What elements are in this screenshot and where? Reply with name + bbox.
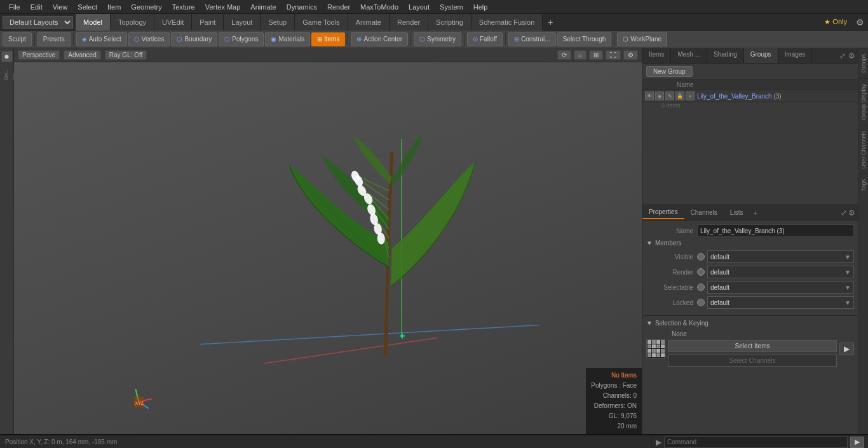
menu-help[interactable]: Help bbox=[468, 2, 493, 12]
prop-dropdown-selectable[interactable]: default ▼ bbox=[707, 281, 854, 294]
props-tab-lists[interactable]: Lists bbox=[724, 207, 750, 219]
toolbar-separator-5 bbox=[464, 33, 465, 46]
prop-input-name[interactable] bbox=[697, 224, 854, 237]
tab-uvedit[interactable]: UVEdit bbox=[154, 14, 192, 31]
tab-settings-icon[interactable]: ⚙ bbox=[852, 15, 868, 29]
symmetry-button[interactable]: ⬡ Symmetry bbox=[414, 32, 461, 46]
props-expand-btn[interactable]: ⤢ bbox=[841, 208, 847, 217]
tab-scripting[interactable]: Scripting bbox=[428, 14, 471, 31]
items-button[interactable]: ⊞ Items bbox=[311, 32, 345, 46]
viewport-ctrl-zoom[interactable]: ⌕ bbox=[574, 50, 587, 60]
menu-animate[interactable]: Animate bbox=[245, 2, 281, 12]
prop-dropdown-visible[interactable]: default ▼ bbox=[707, 250, 854, 263]
left-sidebar-item-5[interactable]: Em... bbox=[3, 66, 11, 82]
groups-tab-mesh[interactable]: Mesh ... bbox=[671, 48, 707, 63]
auto-select-icon: ◈ bbox=[82, 36, 87, 43]
command-arrow-icon: ▶ bbox=[656, 438, 661, 447]
props-tab-properties[interactable]: Properties bbox=[642, 206, 684, 219]
boundary-button[interactable]: ⬡ Boundary bbox=[171, 32, 217, 46]
select-items-button[interactable]: Select Items bbox=[668, 340, 837, 352]
sel-arrow-button[interactable]: ▶ bbox=[839, 343, 854, 355]
menu-view[interactable]: View bbox=[48, 2, 73, 12]
groups-settings-btn[interactable]: ⚙ bbox=[848, 51, 855, 60]
groups-tab-items[interactable]: Items bbox=[642, 48, 671, 63]
members-collapse-icon: ▼ bbox=[646, 240, 653, 247]
tab-setup[interactable]: Setup bbox=[261, 14, 295, 31]
vertices-button[interactable]: ⬡ Vertices bbox=[128, 32, 170, 46]
constraints-button[interactable]: ⊞ Constrai... bbox=[508, 32, 556, 46]
group-visibility-icon[interactable]: 👁 bbox=[645, 92, 654, 100]
group-render-icon[interactable]: ◈ bbox=[655, 92, 664, 100]
symmetry-icon: ⬡ bbox=[419, 36, 425, 43]
tab-topology[interactable]: Topology bbox=[111, 14, 154, 31]
presets-button[interactable]: Presets bbox=[37, 32, 71, 46]
viewport-mode-button[interactable]: Advanced bbox=[64, 50, 100, 60]
groups-tab-images[interactable]: Images bbox=[778, 48, 813, 63]
workplane-button[interactable]: ⬡ WorkPlane bbox=[617, 32, 667, 46]
menu-vertexmap[interactable]: Vertex Map bbox=[200, 2, 246, 12]
vsidebar-tab-groups[interactable]: Groups bbox=[859, 48, 868, 78]
tab-model[interactable]: Model bbox=[76, 14, 111, 31]
viewport-canvas[interactable]: XYZ No Items Polygons : Face Channels: 0… bbox=[14, 62, 642, 434]
layout-select[interactable]: Default Layouts bbox=[3, 16, 73, 29]
group-item[interactable]: 👁 ◈ ✎ 🔒 + Lily_of_the_Valley_Branch (3) bbox=[642, 90, 858, 102]
viewport-ctrl-settings[interactable]: ⚙ bbox=[623, 50, 638, 60]
materials-button[interactable]: ◉ Materials bbox=[265, 32, 310, 46]
viewport-ctrl-maximize[interactable]: ⛶ bbox=[606, 50, 621, 60]
select-channels-button[interactable]: Select Channels bbox=[668, 355, 837, 367]
menu-maxtomodo[interactable]: MaxToModo bbox=[355, 2, 403, 12]
prop-row-selectable: Selectable default ▼ bbox=[646, 281, 854, 294]
props-settings-btn[interactable]: ⚙ bbox=[848, 208, 855, 217]
prop-dropdown-render[interactable]: default ▼ bbox=[707, 266, 854, 278]
props-tabs: Properties Channels Lists + ⤢ ⚙ bbox=[642, 205, 858, 221]
tab-add-button[interactable]: + bbox=[543, 15, 558, 29]
vsidebar-tab-userchannels[interactable]: User Channels bbox=[859, 125, 868, 174]
menu-item[interactable]: Item bbox=[102, 2, 126, 12]
props-tab-channels[interactable]: Channels bbox=[684, 207, 724, 219]
vsidebar-tab-groupdisplay[interactable]: Group Display bbox=[859, 78, 868, 125]
auto-select-button[interactable]: ◈ Auto Select bbox=[76, 32, 127, 46]
viewport-ctrl-rotate[interactable]: ⟳ bbox=[557, 50, 571, 60]
viewport-ctrl-pan[interactable]: ⊞ bbox=[589, 50, 603, 60]
falloff-button[interactable]: ⊙ Falloff bbox=[467, 32, 503, 46]
groups-tab-groups[interactable]: Groups bbox=[744, 48, 778, 63]
new-group-button[interactable]: New Group bbox=[646, 66, 693, 77]
select-through-button[interactable]: Select Through bbox=[557, 32, 612, 46]
menu-geometry[interactable]: Geometry bbox=[126, 2, 166, 12]
left-sidebar-toggle[interactable]: ⬢ bbox=[1, 51, 13, 62]
menu-select[interactable]: Select bbox=[72, 2, 102, 12]
menu-system[interactable]: System bbox=[435, 2, 468, 12]
menu-dynamics[interactable]: Dynamics bbox=[281, 2, 322, 12]
groups-expand-btn[interactable]: ⤢ bbox=[839, 51, 846, 60]
menu-layout[interactable]: Layout bbox=[403, 2, 435, 12]
group-edit-icon[interactable]: ✎ bbox=[665, 92, 674, 100]
groups-tab-controls: ⤢ ⚙ bbox=[839, 48, 858, 63]
sculpt-button[interactable]: Sculpt bbox=[3, 32, 32, 46]
tab-gametools[interactable]: Game Tools bbox=[295, 14, 348, 31]
group-lock-icon[interactable]: 🔒 bbox=[675, 92, 684, 100]
viewport-renderer-button[interactable]: Ray GL: Off bbox=[105, 50, 147, 60]
viewport[interactable]: Perspective Advanced Ray GL: Off ⟳ ⌕ ⊞ ⛶… bbox=[14, 48, 642, 434]
menu-render[interactable]: Render bbox=[322, 2, 355, 12]
prop-dropdown-locked[interactable]: default ▼ bbox=[707, 296, 854, 309]
props-add-button[interactable]: + bbox=[749, 207, 761, 219]
action-center-button[interactable]: ⊕ Action Center bbox=[351, 32, 408, 46]
menu-texture[interactable]: Texture bbox=[167, 2, 200, 12]
tab-animate[interactable]: Animate bbox=[348, 14, 390, 31]
polygons-button[interactable]: ⬡ Polygons bbox=[219, 32, 264, 46]
tab-schematicfusion[interactable]: Schematic Fusion bbox=[471, 14, 543, 31]
viewport-type-button[interactable]: Perspective bbox=[18, 50, 60, 60]
tab-paint[interactable]: Paint bbox=[192, 14, 224, 31]
vsidebar-tab-tags[interactable]: Tags bbox=[859, 173, 868, 196]
tab-render[interactable]: Render bbox=[390, 14, 428, 31]
group-add-icon[interactable]: + bbox=[686, 92, 695, 100]
sel-keying-header[interactable]: ▼ Selection & Keying bbox=[646, 320, 854, 327]
command-input[interactable] bbox=[664, 437, 848, 448]
command-submit-button[interactable]: ▶ bbox=[850, 437, 864, 448]
groups-tab-shading[interactable]: Shading bbox=[707, 48, 744, 63]
tab-layout[interactable]: Layout bbox=[224, 14, 261, 31]
menu-file[interactable]: File bbox=[4, 2, 25, 12]
menu-edit[interactable]: Edit bbox=[25, 2, 48, 12]
status-size: 20 mm bbox=[591, 421, 637, 431]
members-section-header[interactable]: ▼ Members bbox=[646, 240, 854, 247]
